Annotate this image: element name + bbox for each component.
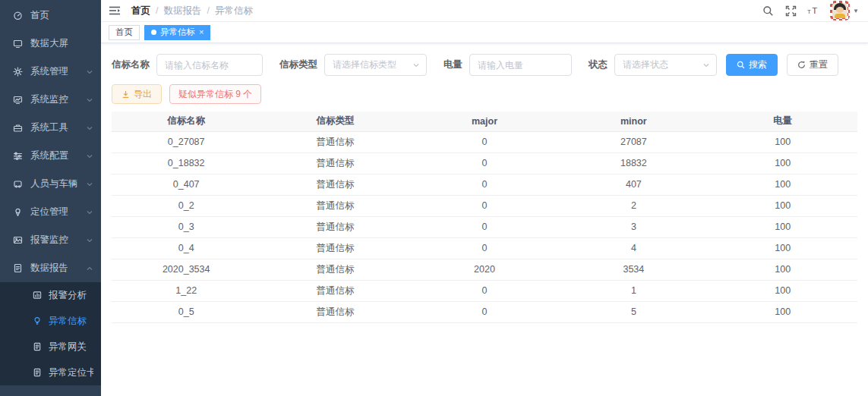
beacon-type-select[interactable]: 请选择信标类型	[324, 54, 427, 76]
cell-minor: 2	[559, 195, 708, 216]
reset-button[interactable]: 重置	[787, 54, 838, 76]
cell-major: 2020	[410, 259, 559, 280]
sidebar-item-system-monitor[interactable]: 系统监控	[0, 86, 101, 114]
cell-beacon-name: 0_5	[112, 301, 260, 322]
cell-beacon-type: 普通信标	[260, 237, 409, 259]
column-header-major: major	[410, 112, 559, 131]
sidebar-item-system-management[interactable]: 系统管理	[0, 58, 101, 86]
cell-beacon-type: 普通信标	[260, 174, 409, 195]
breadcrumb-page: 异常信标	[215, 5, 253, 17]
chevron-down-icon	[86, 209, 93, 216]
beacon-table: 信标名称 信标类型 major minor 电量 0_27087 普通信标 0 …	[112, 112, 857, 323]
cell-beacon-name: 0_3	[112, 216, 260, 237]
sidebar-item-system-config[interactable]: 系统配置	[0, 142, 101, 170]
table-row: 0_2 普通信标 0 2 100	[112, 195, 857, 216]
table-row: 0_3 普通信标 0 3 100	[112, 216, 857, 237]
sidebar-item-people-vehicles[interactable]: 人员与车辆	[0, 170, 101, 198]
cell-beacon-name: 0_27087	[112, 131, 260, 152]
sidebar-item-abnormal-location-card[interactable]: 异常定位卡	[0, 360, 101, 385]
table-row: 0_5 普通信标 0 5 100	[112, 301, 857, 322]
sidebar-item-location-management[interactable]: 定位管理	[0, 198, 101, 226]
breadcrumb: 首页 / 数据报告 / 异常信标	[131, 5, 253, 17]
sidebar-item-label: 系统工具	[30, 121, 86, 134]
search-button[interactable]: 搜索	[726, 54, 778, 76]
cell-beacon-name: 2020_3534	[112, 259, 260, 280]
user-avatar[interactable]: ▼	[830, 1, 859, 20]
table-row: 1_22 普通信标 0 1 100	[112, 280, 857, 301]
sidebar-item-data-report[interactable]: 数据报告	[0, 254, 101, 282]
cell-beacon-name: 0_407	[112, 174, 260, 195]
cell-battery: 100	[709, 259, 857, 280]
cell-beacon-type: 普通信标	[260, 280, 409, 301]
tag-label: 异常信标	[160, 27, 195, 38]
chevron-down-icon	[86, 68, 93, 76]
cell-battery: 100	[709, 195, 857, 216]
beacon-name-label: 信标名称	[112, 58, 150, 71]
config-icon	[12, 151, 23, 162]
hamburger-icon[interactable]	[109, 5, 122, 17]
font-size-icon[interactable]: TT	[807, 5, 819, 17]
active-dot	[151, 30, 156, 35]
sidebar-item-label: 数据报告	[30, 262, 86, 275]
breadcrumb-separator: /	[156, 5, 158, 16]
search-icon[interactable]	[762, 5, 774, 17]
select-placeholder: 请选择状态	[623, 58, 668, 71]
cell-battery: 100	[709, 152, 857, 174]
cell-beacon-type: 普通信标	[260, 131, 409, 152]
sidebar-item-alarm-monitor[interactable]: 报警监控	[0, 226, 101, 254]
cell-minor: 3	[559, 216, 708, 237]
close-icon[interactable]: ×	[199, 28, 204, 36]
fullscreen-icon[interactable]	[784, 5, 797, 17]
action-row: 导出 疑似异常信标 9 个	[112, 84, 857, 104]
report-icon	[12, 263, 23, 274]
cell-minor: 18832	[559, 152, 708, 174]
battery-label: 电量	[443, 58, 462, 71]
breadcrumb-section: 数据报告	[163, 5, 201, 17]
chevron-down-icon	[86, 124, 93, 132]
sidebar-item-label: 人员与车辆	[30, 178, 86, 190]
tag-bar: 首页 异常信标 ×	[101, 22, 868, 43]
app-window: 首页 数据大屏 系统管理 系统监控 系统工具	[0, 0, 868, 396]
status-select[interactable]: 请选择状态	[614, 54, 717, 76]
tag-home[interactable]: 首页	[109, 25, 140, 40]
search-icon	[737, 61, 745, 69]
tag-label: 首页	[115, 27, 133, 38]
table-row: 0_4 普通信标 0 4 100	[112, 237, 857, 259]
breadcrumb-separator: /	[207, 5, 209, 16]
search-button-label: 搜索	[749, 58, 767, 71]
column-header-battery: 电量	[709, 112, 857, 131]
sidebar-item-label: 报警监控	[30, 234, 86, 247]
battery-input[interactable]	[469, 54, 572, 76]
chevron-up-icon	[86, 265, 93, 272]
sidebar-item-label: 系统配置	[30, 149, 86, 162]
beacon-name-input[interactable]	[156, 54, 263, 76]
breadcrumb-home[interactable]: 首页	[131, 5, 150, 17]
cell-major: 0	[410, 152, 559, 174]
suspected-abnormal-badge: 疑似异常信标 9 个	[169, 84, 261, 104]
sidebar-item-abnormal-gateway[interactable]: 异常网关	[0, 334, 101, 360]
tag-abnormal-beacon[interactable]: 异常信标 ×	[144, 25, 210, 40]
sidebar-item-alarm-analysis[interactable]: 报警分析	[0, 282, 101, 308]
cell-beacon-type: 普通信标	[260, 152, 409, 174]
cell-beacon-type: 普通信标	[260, 216, 409, 237]
sidebar-item-label: 系统监控	[30, 93, 86, 106]
sidebar-item-abnormal-beacon[interactable]: 异常信标	[0, 308, 101, 334]
cell-beacon-type: 普通信标	[260, 301, 409, 322]
main-area: 首页 / 数据报告 / 异常信标 TT	[101, 0, 868, 396]
cell-battery: 100	[709, 216, 857, 237]
beacon-icon	[32, 316, 43, 326]
export-button-label: 导出	[134, 88, 152, 101]
sidebar-item-system-tools[interactable]: 系统工具	[0, 114, 101, 142]
cell-battery: 100	[709, 280, 857, 301]
people-vehicle-icon	[12, 179, 23, 190]
cell-minor: 5	[559, 301, 708, 322]
sidebar-item-home[interactable]: 首页	[0, 2, 101, 30]
column-header-beacon-name: 信标名称	[112, 112, 260, 131]
chevron-down-icon	[86, 181, 93, 188]
location-icon	[12, 207, 23, 218]
cell-major: 0	[410, 131, 559, 152]
sidebar-item-label: 异常网关	[49, 341, 93, 354]
sidebar-item-data-screen[interactable]: 数据大屏	[0, 30, 101, 58]
table-row: 0_18832 普通信标 0 18832 100	[112, 152, 857, 174]
export-button[interactable]: 导出	[112, 84, 162, 104]
